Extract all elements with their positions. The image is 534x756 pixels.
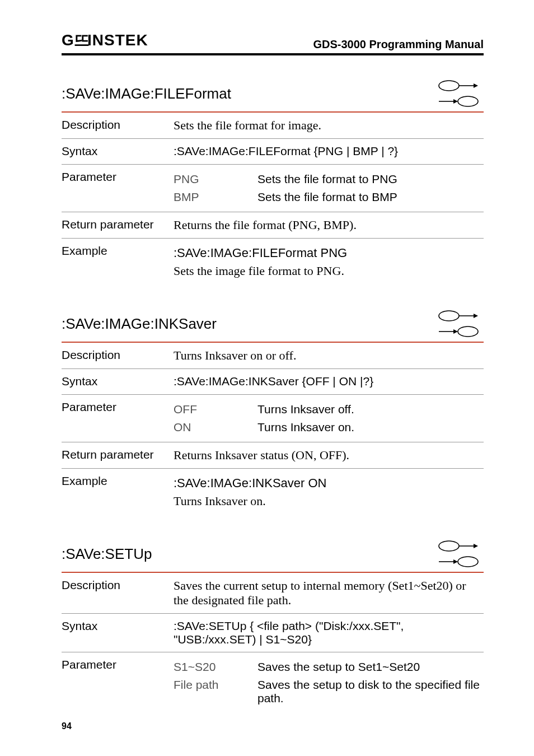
command-section: :SAVe:SETUp DescriptionSaves the current… <box>62 536 484 713</box>
parameter-block: OFFTurns Inksaver off.ONTurns Inksaver o… <box>174 400 484 436</box>
table-row: ParameterPNGSets the file format to PNGB… <box>62 165 484 212</box>
row-label: Example <box>62 244 174 280</box>
param-row: S1~S20Saves the setup to Set1~Set20 <box>174 658 484 676</box>
section-title: :SAVe:IMAGe:FILEFormat <box>62 85 231 102</box>
table-row: DescriptionTurns Inksaver on or off. <box>62 343 484 369</box>
content-line: :SAVe:IMAGe:INKSaver ON <box>174 474 484 492</box>
row-label: Parameter <box>62 170 174 206</box>
section-title: :SAVe:IMAGe:INKSaver <box>62 315 217 333</box>
doc-title: GDS-3000 Programming Manual <box>313 38 484 51</box>
param-row: PNGSets the file format to PNG <box>174 170 484 188</box>
param-description: Sets the file format to BMP <box>257 190 484 204</box>
row-label: Description <box>62 348 174 363</box>
content-line: :SAVe:IMAGe:FILEFormat PNG <box>174 244 484 262</box>
table-row: Syntax:SAVe:IMAGe:INKSaver {OFF | ON |?} <box>62 369 484 395</box>
param-description: Turns Inksaver on. <box>257 421 484 434</box>
page-number: 94 <box>62 721 72 731</box>
svg-text:G: G <box>62 32 74 48</box>
set-query-icon <box>437 309 484 338</box>
row-label: Return parameter <box>62 218 174 232</box>
row-content: Sets the file format for image. <box>174 118 484 133</box>
table-row: Return parameterReturns the file format … <box>62 212 484 239</box>
row-content: :SAVe:IMAGe:FILEFormat PNGSets the image… <box>174 244 484 280</box>
svg-marker-17 <box>474 544 478 548</box>
param-description: Saves the setup to Set1~Set20 <box>257 660 484 674</box>
row-content: Returns Inksaver status (ON, OFF). <box>174 448 484 463</box>
param-description: Saves the setup to disk to the specified… <box>257 678 484 705</box>
row-label: Example <box>62 474 174 510</box>
logo: G 뜨 INSTEK <box>62 32 168 52</box>
table-row: Syntax:SAVe:SETUp { <file path> ("Disk:/… <box>62 614 484 652</box>
table-row: Return parameterReturns Inksaver status … <box>62 442 484 469</box>
row-content: :SAVe:SETUp { <file path> ("Disk:/xxx.SE… <box>174 619 484 646</box>
table-row: Syntax:SAVe:IMAGe:FILEFormat {PNG | BMP … <box>62 139 484 165</box>
param-row: BMPSets the file format to BMP <box>174 188 484 206</box>
param-description: Turns Inksaver off. <box>257 403 484 416</box>
command-section: :SAVe:IMAGe:FILEFormat DescriptionSets t… <box>62 76 484 286</box>
content-line: Turns Inksaver on. <box>174 492 484 510</box>
parameter-block: PNGSets the file format to PNGBMPSets th… <box>174 170 484 206</box>
svg-point-14 <box>458 326 478 337</box>
table-row: Example:SAVe:IMAGe:INKSaver ONTurns Inks… <box>62 469 484 516</box>
row-content: Turns Inksaver on or off. <box>174 348 484 363</box>
param-name: PNG <box>174 172 257 186</box>
param-name: File path <box>174 678 257 705</box>
row-label: Syntax <box>62 375 174 389</box>
svg-text:INSTEK: INSTEK <box>87 32 148 48</box>
table-row: DescriptionSets the file format for imag… <box>62 113 484 139</box>
svg-marker-13 <box>453 329 458 334</box>
set-query-icon <box>437 539 484 568</box>
param-description: Sets the file format to PNG <box>257 172 484 186</box>
section-title: :SAVe:SETUp <box>62 545 152 563</box>
svg-marker-19 <box>453 559 458 564</box>
param-row: OFFTurns Inksaver off. <box>174 400 484 418</box>
param-name: S1~S20 <box>174 660 257 674</box>
content-line: Sets the image file format to PNG. <box>174 262 484 280</box>
row-content: :SAVe:IMAGe:FILEFormat {PNG | BMP | ?} <box>174 144 484 158</box>
section-header: :SAVe:SETUp <box>62 536 484 573</box>
table-row: Example:SAVe:IMAGe:FILEFormat PNGSets th… <box>62 239 484 286</box>
table-row: DescriptionSaves the current setup to in… <box>62 573 484 614</box>
set-query-icon <box>437 79 484 108</box>
param-name: BMP <box>174 190 257 204</box>
row-label: Return parameter <box>62 448 174 463</box>
svg-point-20 <box>458 557 478 567</box>
doc-header: G 뜨 INSTEK GDS-3000 Programming Manual <box>62 32 484 55</box>
row-content: Returns the file format (PNG, BMP). <box>174 218 484 232</box>
row-label: Parameter <box>62 658 174 707</box>
row-label: Syntax <box>62 144 174 158</box>
section-header: :SAVe:IMAGe:FILEFormat <box>62 76 484 113</box>
param-name: ON <box>174 421 257 434</box>
row-content: :SAVe:IMAGe:INKSaver {OFF | ON |?} <box>174 375 484 389</box>
param-row: File pathSaves the setup to disk to the … <box>174 676 484 707</box>
row-label: Description <box>62 578 174 608</box>
row-content: :SAVe:IMAGe:INKSaver ONTurns Inksaver on… <box>174 474 484 510</box>
param-row: ONTurns Inksaver on. <box>174 418 484 436</box>
row-label: Parameter <box>62 400 174 436</box>
svg-point-8 <box>458 96 478 106</box>
row-label: Description <box>62 118 174 133</box>
svg-marker-7 <box>453 99 458 104</box>
command-section: :SAVe:IMAGe:INKSaver DescriptionTurns In… <box>62 306 484 516</box>
table-row: ParameterOFFTurns Inksaver off.ONTurns I… <box>62 395 484 442</box>
param-name: OFF <box>174 403 257 416</box>
row-label: Syntax <box>62 619 174 646</box>
row-content: Saves the current setup to internal memo… <box>174 578 484 608</box>
svg-marker-5 <box>474 83 478 88</box>
parameter-block: S1~S20Saves the setup to Set1~Set20File … <box>174 658 484 707</box>
table-row: ParameterS1~S20Saves the setup to Set1~S… <box>62 652 484 713</box>
svg-marker-11 <box>474 314 478 318</box>
svg-point-9 <box>439 311 459 321</box>
svg-point-3 <box>439 81 459 91</box>
section-header: :SAVe:IMAGe:INKSaver <box>62 306 484 343</box>
svg-point-15 <box>439 541 459 551</box>
